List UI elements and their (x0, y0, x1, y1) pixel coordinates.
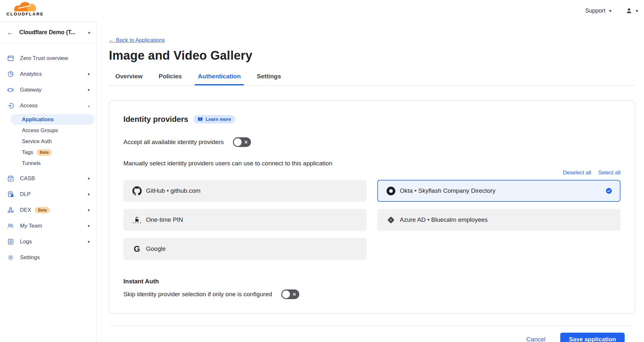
card-title: Identity providers (123, 115, 188, 124)
sidebar-nav: Zero Trust overview Analytics ▼ Gateway … (0, 43, 96, 265)
learn-more-label: Learn more (206, 117, 231, 122)
chevron-down-icon[interactable]: ▼ (87, 88, 91, 92)
provider-name: Google (146, 245, 166, 252)
chevron-down-icon[interactable]: ▼ (87, 192, 91, 196)
user-menu[interactable]: ▼ (626, 7, 639, 14)
sidebar-subitem-label: Applications (22, 116, 54, 122)
provider-tile-okta[interactable]: Okta • Skyflash Company Directory (377, 180, 620, 202)
cloudflare-cloud-icon (10, 1, 40, 11)
chevron-down-icon[interactable]: ▼ (87, 177, 91, 181)
sidebar-item-zero-trust-overview[interactable]: Zero Trust overview (0, 50, 96, 66)
provider-name: One-time PIN (146, 216, 183, 223)
back-arrow-icon[interactable]: ← (6, 29, 14, 36)
sidebar-item-my-team[interactable]: My Team ▼ (0, 218, 96, 234)
identity-providers-card: Identity providers Learn more Accept all… (109, 100, 635, 314)
toggle-knob (282, 290, 290, 298)
access-submenu: Applications Access Groups Service Auth … (0, 114, 96, 169)
instant-auth-heading: Instant Auth (123, 278, 620, 285)
access-icon (7, 102, 14, 109)
main-content: ← Back to Applications Image and Video G… (97, 22, 644, 342)
sidebar-subitem-label: Service Auth (22, 138, 52, 144)
accept-all-toggle[interactable]: ✕ (233, 137, 251, 147)
chevron-right-icon[interactable]: ▸ (88, 30, 91, 35)
sidebar-item-label: Zero Trust overview (20, 55, 68, 62)
learn-more-badge[interactable]: Learn more (193, 115, 235, 123)
provider-tile-azure-ad[interactable]: Azure AD • Bluecalm employees (377, 209, 620, 231)
provider-name: GitHub • github.com (146, 187, 200, 194)
sidebar-item-label: Settings (20, 254, 40, 261)
sidebar-item-dex[interactable]: DEX Beta ▼ (0, 202, 96, 218)
skip-selection-label: Skip identity provider selection if only… (123, 291, 272, 298)
sidebar-item-settings[interactable]: Settings (0, 249, 96, 265)
sidebar-item-label: DLP (20, 191, 31, 198)
sidebar-item-label: DEX (20, 207, 31, 213)
page-title: Image and Video Gallery (109, 49, 635, 63)
select-all-link[interactable]: Select all (598, 170, 620, 176)
sidebar-item-applications[interactable]: Applications (11, 114, 94, 125)
chevron-down-icon[interactable]: ▼ (87, 240, 91, 244)
provider-tile-google[interactable]: G Google (123, 238, 367, 260)
save-application-button[interactable]: Save application (560, 333, 625, 342)
sidebar-item-tags[interactable]: Tags Beta (11, 147, 94, 158)
sidebar-item-access-groups[interactable]: Access Groups (11, 125, 94, 136)
dlp-icon (7, 191, 14, 198)
tab-overview[interactable]: Overview (115, 72, 143, 85)
sidebar-item-label: Access (20, 103, 38, 109)
sidebar-item-casb[interactable]: CASB ▼ (0, 171, 96, 186)
sidebar-item-analytics[interactable]: Analytics ▼ (0, 66, 96, 82)
casb-icon (7, 175, 14, 182)
google-icon: G (132, 245, 142, 253)
sidebar-item-gateway[interactable]: Gateway ▼ (0, 82, 96, 98)
tab-bar: Overview Policies Authentication Setting… (109, 72, 635, 85)
sidebar-item-logs[interactable]: Logs ▼ (0, 234, 96, 249)
sidebar-subitem-label: Tags (22, 149, 33, 155)
chevron-down-icon[interactable]: ▼ (87, 208, 91, 212)
sidebar-item-access[interactable]: Access ▲ (0, 98, 96, 113)
top-header: CLOUDFLARE Support ▼ ▼ (0, 0, 644, 22)
deselect-all-link[interactable]: Deselect all (563, 170, 591, 176)
provider-grid: GitHub • github.com Okta • Skyflash Comp… (123, 180, 620, 260)
instant-auth-toggle[interactable]: ✕ (281, 289, 299, 299)
gear-icon (7, 254, 14, 261)
provider-tile-github[interactable]: GitHub • github.com (123, 180, 367, 202)
chevron-up-icon[interactable]: ▲ (87, 104, 91, 108)
beta-badge: Beta (37, 149, 52, 156)
sidebar-item-label: Gateway (20, 87, 42, 93)
sidebar-item-label: Logs (20, 239, 32, 245)
beta-badge: Beta (35, 207, 50, 213)
sidebar-item-dlp[interactable]: DLP ▼ (0, 186, 96, 202)
selected-check-icon (606, 188, 612, 194)
provider-tile-one-time-pin[interactable]: One-time PIN (123, 209, 367, 231)
provider-name: Azure AD • Bluecalm employees (400, 216, 488, 223)
sidebar-item-label: Analytics (20, 71, 42, 77)
logo-wordmark: CLOUDFLARE (6, 12, 44, 16)
chevron-down-icon[interactable]: ▼ (87, 224, 91, 228)
azure-ad-icon (386, 216, 396, 224)
accept-all-label: Accept all available identity providers (123, 139, 224, 146)
toggle-x-icon: ✕ (293, 292, 296, 297)
sidebar-item-tunnels[interactable]: Tunnels (11, 158, 94, 169)
toggle-x-icon: ✕ (244, 140, 248, 145)
toggle-knob (234, 138, 242, 146)
okta-icon (386, 186, 396, 196)
dex-icon (7, 206, 14, 214)
support-menu[interactable]: Support ▼ (585, 7, 612, 14)
account-name: Cloudflare Demo (T... (19, 29, 75, 36)
cancel-button[interactable]: Cancel (526, 336, 545, 342)
tab-policies[interactable]: Policies (158, 72, 183, 85)
team-icon (7, 222, 14, 230)
chevron-down-icon: ▼ (635, 9, 639, 13)
pin-dots (132, 222, 141, 224)
footer-actions: Cancel Save application (109, 333, 635, 342)
sidebar-item-service-auth[interactable]: Service Auth (11, 136, 94, 147)
account-switcher[interactable]: ← Cloudflare Demo (T... ▸ (0, 22, 96, 43)
provider-name: Okta • Skyflash Company Directory (400, 187, 495, 194)
cloudflare-logo[interactable]: CLOUDFLARE (5, 1, 46, 16)
sidebar-subitem-label: Tunnels (22, 160, 41, 166)
back-to-applications-link[interactable]: ← Back to Applications (109, 37, 165, 44)
tab-settings[interactable]: Settings (256, 72, 282, 85)
tab-authentication[interactable]: Authentication (197, 72, 241, 85)
support-label: Support (585, 7, 605, 14)
chevron-down-icon[interactable]: ▼ (87, 72, 91, 76)
overview-icon (7, 54, 14, 62)
